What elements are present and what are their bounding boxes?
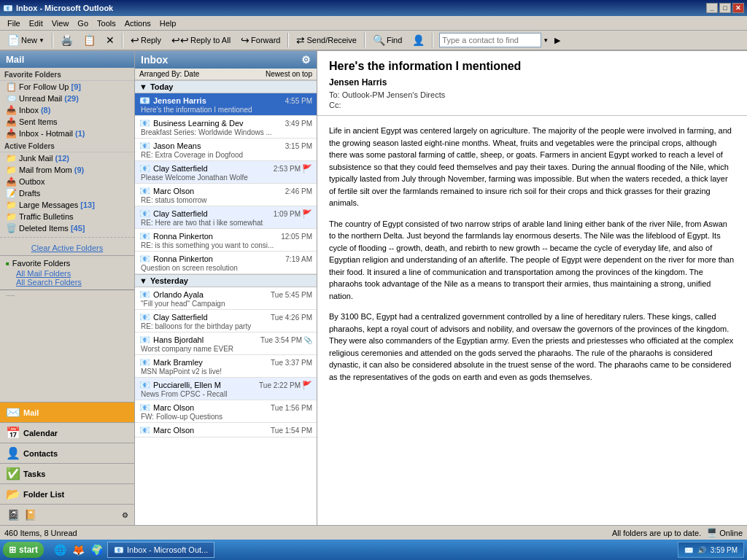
all-mail-folders-link[interactable]: All Mail Folders — [16, 269, 128, 278]
contact-search-dropdown[interactable]: ▼ — [541, 37, 550, 44]
mail-item[interactable]: 📧 Business Learning & Dev 3:49 PM Breakf… — [135, 116, 317, 139]
mail-time: Tue 1:56 PM — [271, 404, 312, 412]
sidebar-item-followup[interactable]: 📋 For Follow Up [9] — [0, 81, 134, 93]
mail-envelope-icon: 📧 — [139, 357, 150, 368]
quick-launch-firefox[interactable]: 🦊 — [71, 544, 86, 556]
email-to: To: Outlook-PM Jensen's Directs — [329, 90, 735, 99]
mail-item[interactable]: 📧 Ronna Pinkerton 7:19 AM Question on sc… — [135, 252, 317, 274]
outbox-icon: 📤 — [6, 176, 17, 187]
arranged-by-label[interactable]: Arranged By: Date — [139, 70, 199, 78]
mail-subject: RE: Extra Coverage in Dogfood — [139, 151, 312, 159]
reply-button[interactable]: ↩ Reply — [126, 32, 166, 48]
mail-item[interactable]: 📧 Pucciarelli, Ellen M Tue 2:22 PM 🚩 New… — [135, 378, 317, 400]
nav-contacts[interactable]: 👤 Contacts — [0, 443, 134, 463]
sidebar-item-outbox[interactable]: 📤 Outbox — [0, 176, 134, 187]
today-collapse-icon[interactable]: ▼ — [139, 82, 147, 91]
minimize-button[interactable]: _ — [706, 3, 718, 13]
reply-all-button[interactable]: ↩↩ Reply to All — [167, 32, 235, 48]
new-button[interactable]: 📄 New ▼ — [3, 32, 49, 48]
address-book-button[interactable]: 👤 — [408, 32, 429, 48]
journal-small-icon[interactable]: 📔 — [23, 508, 38, 522]
sort-label[interactable]: Newest on top — [266, 70, 312, 78]
menu-actions[interactable]: Actions — [120, 18, 155, 29]
menu-view[interactable]: View — [47, 18, 74, 29]
quick-launch-ie[interactable]: 🌐 — [53, 544, 68, 556]
mail-subject: Breakfast Series: Worldwide Windows ... — [139, 128, 312, 136]
configure-buttons-icon[interactable]: ⚙ — [122, 511, 128, 519]
mail-item[interactable]: 📧 Marc Olson 2:46 PM RE: status tomorrow — [135, 184, 317, 206]
nav-mail[interactable]: ✉️ Mail — [0, 402, 134, 422]
menu-go[interactable]: Go — [73, 18, 93, 29]
mail-item[interactable]: 📧 Clay Satterfield 2:53 PM 🚩 Please Welc… — [135, 161, 317, 184]
find-icon: 🔍 — [373, 34, 385, 46]
menu-tools[interactable]: Tools — [93, 18, 120, 29]
inbox-options-icon[interactable]: ⚙ — [301, 54, 311, 66]
email-paragraph-3: By 3100 BC, Egypt had a centralized gove… — [329, 311, 735, 383]
mail-item[interactable]: 📧 Jensen Harris 4:55 PM Here's the infor… — [135, 93, 317, 116]
delete-button[interactable]: ✕ — [101, 32, 119, 48]
quick-launch-ie2[interactable]: 🌍 — [89, 544, 104, 556]
nav-calendar[interactable]: 📅 Calendar — [0, 422, 134, 443]
mail-item[interactable]: 📧 Clay Satterfield Tue 4:26 PM RE: ballo… — [135, 310, 317, 332]
speaker-tray-icon: 🔊 — [697, 546, 706, 554]
menu-edit[interactable]: Edit — [25, 18, 47, 29]
mail-item[interactable]: 📧 Orlando Ayala Tue 5:45 PM "Fill your h… — [135, 287, 317, 310]
mail-time: 7:19 AM — [285, 255, 312, 263]
mail-item[interactable]: 📧 Marc Olson Tue 1:56 PM FW: Follow-up Q… — [135, 400, 317, 423]
mail-item[interactable]: 📧 Marc Olson Tue 1:54 PM — [135, 423, 317, 438]
sidebar-item-trafficbulletins[interactable]: 📁 Traffic Bulletins — [0, 211, 134, 222]
mail-sender: Clay Satterfield — [153, 209, 272, 218]
find-button[interactable]: 🔍 Find — [368, 32, 406, 48]
sidebar-item-unread[interactable]: 📨 Unread Mail (29) — [0, 93, 134, 104]
forward-button[interactable]: ↪ Forward — [236, 32, 285, 48]
online-status: Online — [719, 529, 743, 537]
maximize-button[interactable]: □ — [719, 3, 731, 13]
nav-folder-list[interactable]: 📂 Folder List — [0, 483, 134, 504]
inbox-toolbar: Arranged By: Date Newest on top — [135, 69, 317, 80]
mail-nav-icon: ✉️ — [6, 405, 20, 419]
mailfrommom-icon: 📁 — [6, 165, 17, 175]
taskbar-outlook-item[interactable]: 📧 Inbox - Microsoft Out... — [107, 542, 214, 558]
sidebar-item-drafts[interactable]: 📝 Drafts — [0, 187, 134, 199]
sidebar-item-inbox[interactable]: 📥 Inbox (8) — [0, 104, 134, 116]
flag-icon: 🚩 — [302, 164, 312, 174]
email-from: Jensen Harris — [329, 77, 735, 88]
print-button[interactable]: 🖨️ — [56, 32, 77, 48]
mail-item[interactable]: 📧 Hans Bjordahl Tue 3:54 PM 📎 Worst comp… — [135, 332, 317, 355]
send-receive-button[interactable]: ⇄ Send/Receive — [292, 32, 361, 48]
active-folders-label: Active Folders — [0, 139, 134, 152]
hotmail-icon: 📥 — [6, 128, 17, 139]
mail-item[interactable]: 📧 Jason Means 3:15 PM RE: Extra Coverage… — [135, 139, 317, 161]
mail-item[interactable]: 📧 Clay Satterfield 1:09 PM 🚩 RE: Here ar… — [135, 206, 317, 229]
yesterday-collapse-icon[interactable]: ▼ — [139, 276, 147, 285]
mail-envelope-icon: 📧 — [139, 312, 150, 322]
delete-icon: ✕ — [106, 34, 115, 46]
mail-subject: Please Welcome Jonathan Wolfe — [139, 174, 312, 182]
sidebar-item-deleteditems[interactable]: 🗑️ Deleted Items [45] — [0, 222, 134, 234]
mail-sender: Marc Olson — [153, 403, 269, 412]
sidebar-item-mailfrommom[interactable]: 📁 Mail from Mom (9) — [0, 164, 134, 176]
contact-search-input[interactable] — [439, 33, 541, 47]
sidebar-item-largemessages[interactable]: 📁 Large Messages [13] — [0, 199, 134, 211]
sidebar-item-junkmail[interactable]: 📁 Junk Mail (12) — [0, 152, 134, 164]
mail-item[interactable]: 📧 Mark Bramley Tue 3:37 PM MSN MapPoint … — [135, 355, 317, 378]
all-search-folders-link[interactable]: All Search Folders — [16, 278, 128, 287]
sidebar-item-sent[interactable]: 📤 Sent Items — [0, 116, 134, 128]
mail-envelope-icon: 📧 — [139, 231, 150, 241]
sidebar-item-hotmail[interactable]: 📥 Inbox - Hotmail (1) — [0, 128, 134, 139]
email-subject: Here's the information I mentioned — [329, 60, 735, 73]
mail-item[interactable]: 📧 Ronna Pinkerton 12:05 PM RE: is this s… — [135, 229, 317, 252]
mail-envelope-icon: 📧 — [139, 289, 150, 300]
mail-envelope-icon: 📧 — [139, 254, 150, 264]
close-button[interactable]: ✕ — [732, 3, 744, 13]
new-dropdown-arrow[interactable]: ▼ — [39, 37, 44, 44]
clear-active-folders-link[interactable]: Clear Active Folders — [0, 241, 134, 255]
contact-go-button[interactable]: ▶ — [550, 32, 565, 48]
menu-file[interactable]: File — [3, 18, 25, 29]
start-button[interactable]: ⊞ start — [3, 542, 44, 558]
nav-tasks[interactable]: ✅ Tasks — [0, 463, 134, 483]
notes-small-icon[interactable]: 📓 — [6, 508, 21, 522]
mail-sender: Ronna Pinkerton — [153, 232, 279, 241]
move-button[interactable]: 📋 — [79, 32, 100, 48]
menu-help[interactable]: Help — [155, 18, 181, 29]
